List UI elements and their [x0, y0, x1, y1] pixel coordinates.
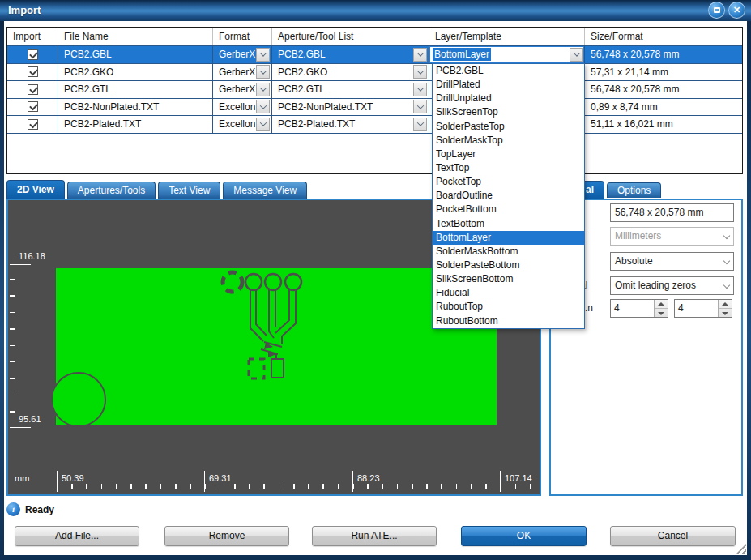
format-cell: GerberX	[213, 64, 272, 81]
remove-button[interactable]: Remove	[164, 526, 289, 546]
table-row[interactable]: PCB2.GTL GerberX PCB2.GTL 56,748 x 20,57…	[7, 81, 742, 99]
chevron-down-icon	[416, 102, 423, 109]
aperture-value: PCB2-Plated.TXT	[278, 118, 355, 130]
info-icon: i	[6, 502, 20, 516]
coordinate-mode-combo[interactable]: Absolute	[610, 252, 734, 271]
units-value: Millimeters	[615, 230, 661, 242]
col-file-name: File Name	[58, 28, 213, 45]
table-row[interactable]: PCB2-NonPlated.TXT Excellon PCB2-NonPlat…	[7, 99, 742, 117]
layer-option[interactable]: SilkScreenTop	[433, 105, 584, 119]
v-ruler-tick	[10, 264, 31, 265]
table-row[interactable]: PCB2.GKO GerberX PCB2.GKO 57,31 x 21,14 …	[7, 64, 742, 82]
chevron-down-icon	[723, 258, 730, 264]
aperture-value: PCB2.GBL	[278, 49, 326, 60]
import-checkbox[interactable]	[28, 66, 38, 77]
chevron-down-icon	[573, 50, 579, 57]
format-dropdown-button[interactable]	[256, 65, 270, 79]
v-ruler-minor-ticks	[10, 279, 15, 417]
layer-option[interactable]: SolderPasteTop	[433, 120, 584, 134]
aperture-value: PCB2.GTL	[278, 83, 325, 95]
format-dropdown-button[interactable]	[256, 118, 270, 131]
col-layer: Layer/Template	[429, 28, 585, 45]
chevron-down-icon	[259, 67, 266, 74]
layer-option[interactable]: TextBottom	[433, 217, 584, 231]
size-cell: 0,89 x 8,74 mm	[585, 99, 742, 116]
restore-button[interactable]	[708, 2, 725, 19]
format-value: GerberX	[219, 66, 255, 78]
tab-message-view[interactable]: Message View	[223, 182, 307, 199]
import-checkbox[interactable]	[28, 101, 38, 112]
aperture-dropdown-button[interactable]	[413, 65, 427, 79]
layer-option[interactable]: DrillUnplated	[433, 92, 584, 105]
layer-option[interactable]: SolderMaskTop	[433, 134, 584, 147]
zero-suppression-combo[interactable]: Omit leading zeros	[610, 276, 734, 295]
import-cell	[7, 99, 58, 116]
layer-option[interactable]: PocketTop	[433, 175, 584, 189]
aperture-dropdown-button[interactable]	[413, 118, 427, 131]
layer-option-selected[interactable]: BottomLayer	[433, 231, 584, 245]
format-dropdown-button[interactable]	[256, 83, 270, 96]
import-cell	[7, 64, 58, 81]
aperture-cell: PCB2.GTL	[272, 81, 429, 98]
layer-option[interactable]: Fiducial	[433, 286, 584, 300]
file-name-cell: PCB2-NonPlated.TXT	[58, 99, 213, 116]
format-value: GerberX	[219, 83, 255, 95]
tab-options[interactable]: Options	[607, 182, 661, 198]
file-name-cell: PCB2-Plated.TXT	[58, 116, 213, 133]
layer-option[interactable]: PocketBottom	[433, 203, 584, 216]
spinner-buttons	[718, 300, 732, 317]
v-ruler-label: 116.18	[19, 251, 45, 261]
import-checkbox[interactable]	[28, 49, 38, 60]
layer-option[interactable]: RuboutBottom	[433, 314, 584, 328]
cancel-button[interactable]: Cancel	[610, 526, 736, 546]
spin-up-icon[interactable]	[655, 300, 668, 309]
chevron-down-icon	[723, 233, 730, 239]
table-row[interactable]: PCB2.GBL GerberX PCB2.GBL BottomLayer 56…	[7, 46, 742, 64]
layer-option[interactable]: TextTop	[433, 161, 584, 175]
titlebar[interactable]: Import ✕	[0, 0, 751, 21]
restore-icon	[714, 7, 720, 13]
tab-2d-view[interactable]: 2D View	[6, 180, 65, 199]
layer-option[interactable]: PCB2.GBL	[433, 64, 584, 78]
layer-option[interactable]: BoardOutline	[433, 189, 584, 203]
close-button[interactable]: ✕	[728, 2, 745, 19]
run-ate-button[interactable]: Run ATE...	[312, 526, 437, 546]
digits-m-spinner[interactable]: 4	[610, 299, 668, 318]
size-format-field[interactable]: 56,748 x 20,578 mm	[610, 203, 734, 222]
window-title: Import	[8, 4, 41, 16]
aperture-dropdown-button[interactable]	[413, 100, 427, 113]
table-row[interactable]: PCB2-Plated.TXT Excellon PCB2-Plated.TXT…	[7, 116, 742, 134]
layer-option[interactable]: DrillPlated	[433, 78, 584, 92]
file-name-cell: PCB2.GKO	[58, 64, 213, 81]
spin-down-icon[interactable]	[655, 309, 668, 317]
tab-text-view[interactable]: Text View	[158, 182, 220, 199]
file-name-cell: PCB2.GTL	[58, 81, 213, 98]
layer-template-combo[interactable]: BottomLayer	[429, 46, 584, 63]
size-cell: 56,748 x 20,578 mm	[585, 46, 742, 63]
table-header: Import File Name Format Aperture/Tool Li…	[7, 28, 742, 46]
add-file-button[interactable]: Add File...	[15, 526, 139, 546]
import-checkbox[interactable]	[28, 119, 38, 130]
spin-up-icon[interactable]	[719, 300, 732, 309]
format-dropdown-button[interactable]	[256, 48, 270, 62]
spin-down-icon[interactable]	[719, 309, 732, 317]
import-checkbox[interactable]	[28, 84, 38, 95]
chevron-down-icon	[259, 120, 266, 126]
layer-option[interactable]: SilkScreenBottom	[433, 272, 584, 286]
layer-option[interactable]: TopLayer	[433, 147, 584, 161]
layer-option[interactable]: SolderMaskBottom	[433, 245, 584, 259]
layer-cell: BottomLayer	[429, 46, 585, 63]
aperture-dropdown-button[interactable]	[413, 48, 427, 62]
format-dropdown-button[interactable]	[256, 100, 270, 113]
aperture-dropdown-button[interactable]	[413, 83, 427, 96]
import-dialog: Import ✕ Import File Name Format Apertur…	[0, 0, 751, 560]
import-cell	[7, 116, 58, 133]
h-ruler-label: 50.39	[62, 473, 84, 483]
col-size: Size/Format	[585, 28, 742, 45]
tab-apertures-tools[interactable]: Apertures/Tools	[67, 182, 156, 199]
layer-option[interactable]: SolderPasteBottom	[433, 259, 584, 272]
ok-button[interactable]: OK	[461, 526, 587, 546]
layer-option[interactable]: RuboutTop	[433, 300, 584, 314]
layer-combo-arrow[interactable]	[570, 48, 583, 62]
digits-n-spinner[interactable]: 4	[674, 299, 732, 318]
